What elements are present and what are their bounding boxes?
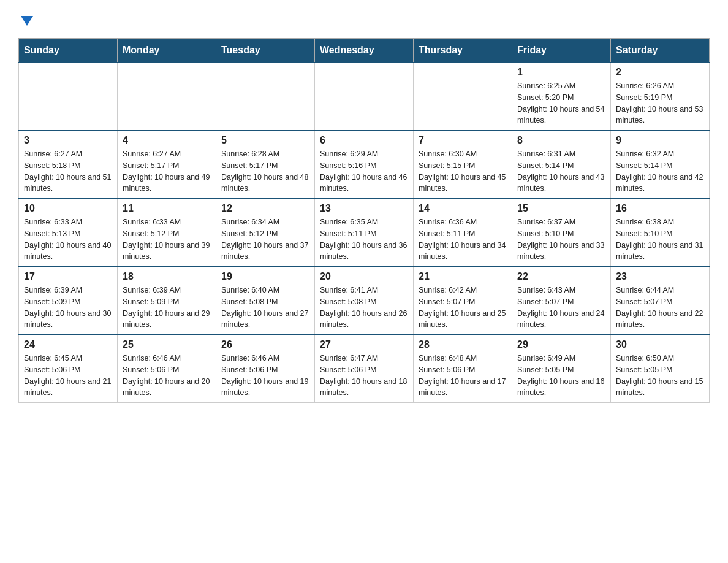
day-number: 21 bbox=[419, 271, 507, 282]
calendar-cell: 28Sunrise: 6:48 AMSunset: 5:06 PMDayligh… bbox=[414, 335, 512, 403]
sun-info: Sunrise: 6:38 AMSunset: 5:10 PMDaylight:… bbox=[616, 216, 704, 262]
calendar-header-saturday: Saturday bbox=[611, 39, 710, 63]
day-number: 3 bbox=[24, 135, 112, 146]
calendar-cell: 23Sunrise: 6:44 AMSunset: 5:07 PMDayligh… bbox=[611, 267, 710, 335]
day-number: 5 bbox=[221, 135, 309, 146]
calendar-week-row: 1Sunrise: 6:25 AMSunset: 5:20 PMDaylight… bbox=[19, 63, 710, 131]
sun-info: Sunrise: 6:45 AMSunset: 5:06 PMDaylight:… bbox=[24, 353, 112, 399]
day-number: 17 bbox=[24, 271, 112, 282]
day-number: 12 bbox=[221, 203, 309, 214]
day-number: 6 bbox=[320, 135, 408, 146]
sun-info: Sunrise: 6:27 AMSunset: 5:17 PMDaylight:… bbox=[123, 148, 211, 194]
sun-info: Sunrise: 6:46 AMSunset: 5:06 PMDaylight:… bbox=[123, 353, 211, 399]
calendar-cell bbox=[216, 63, 315, 131]
day-number: 11 bbox=[123, 203, 211, 214]
calendar-cell: 17Sunrise: 6:39 AMSunset: 5:09 PMDayligh… bbox=[19, 267, 118, 335]
sun-info: Sunrise: 6:43 AMSunset: 5:07 PMDaylight:… bbox=[517, 285, 605, 331]
sun-info: Sunrise: 6:39 AMSunset: 5:09 PMDaylight:… bbox=[123, 285, 211, 331]
day-number: 15 bbox=[517, 203, 605, 214]
day-number: 23 bbox=[616, 271, 704, 282]
page-header bbox=[18, 12, 710, 26]
logo-triangle-icon bbox=[21, 16, 33, 26]
day-number: 24 bbox=[24, 339, 112, 350]
sun-info: Sunrise: 6:34 AMSunset: 5:12 PMDaylight:… bbox=[221, 216, 309, 262]
calendar-cell: 24Sunrise: 6:45 AMSunset: 5:06 PMDayligh… bbox=[19, 335, 118, 403]
sun-info: Sunrise: 6:48 AMSunset: 5:06 PMDaylight:… bbox=[419, 353, 507, 399]
sun-info: Sunrise: 6:44 AMSunset: 5:07 PMDaylight:… bbox=[616, 285, 704, 331]
sun-info: Sunrise: 6:37 AMSunset: 5:10 PMDaylight:… bbox=[517, 216, 605, 262]
calendar-cell: 26Sunrise: 6:46 AMSunset: 5:06 PMDayligh… bbox=[216, 335, 315, 403]
calendar-cell bbox=[315, 63, 414, 131]
calendar-header-friday: Friday bbox=[512, 39, 611, 63]
calendar-cell: 11Sunrise: 6:33 AMSunset: 5:12 PMDayligh… bbox=[118, 199, 216, 267]
sun-info: Sunrise: 6:36 AMSunset: 5:11 PMDaylight:… bbox=[419, 216, 507, 262]
calendar-cell: 21Sunrise: 6:42 AMSunset: 5:07 PMDayligh… bbox=[414, 267, 512, 335]
calendar-week-row: 3Sunrise: 6:27 AMSunset: 5:18 PMDaylight… bbox=[19, 131, 710, 199]
calendar-cell: 20Sunrise: 6:41 AMSunset: 5:08 PMDayligh… bbox=[315, 267, 414, 335]
sun-info: Sunrise: 6:40 AMSunset: 5:08 PMDaylight:… bbox=[221, 285, 309, 331]
sun-info: Sunrise: 6:35 AMSunset: 5:11 PMDaylight:… bbox=[320, 216, 408, 262]
day-number: 26 bbox=[221, 339, 309, 350]
sun-info: Sunrise: 6:39 AMSunset: 5:09 PMDaylight:… bbox=[24, 285, 112, 331]
sun-info: Sunrise: 6:50 AMSunset: 5:05 PMDaylight:… bbox=[616, 353, 704, 399]
calendar-cell: 13Sunrise: 6:35 AMSunset: 5:11 PMDayligh… bbox=[315, 199, 414, 267]
sun-info: Sunrise: 6:32 AMSunset: 5:14 PMDaylight:… bbox=[616, 148, 704, 194]
day-number: 29 bbox=[517, 339, 605, 350]
sun-info: Sunrise: 6:29 AMSunset: 5:16 PMDaylight:… bbox=[320, 148, 408, 194]
calendar-cell: 16Sunrise: 6:38 AMSunset: 5:10 PMDayligh… bbox=[611, 199, 710, 267]
day-number: 1 bbox=[517, 67, 605, 78]
calendar-cell: 12Sunrise: 6:34 AMSunset: 5:12 PMDayligh… bbox=[216, 199, 315, 267]
calendar-cell bbox=[414, 63, 512, 131]
sun-info: Sunrise: 6:31 AMSunset: 5:14 PMDaylight:… bbox=[517, 148, 605, 194]
day-number: 18 bbox=[123, 271, 211, 282]
day-number: 13 bbox=[320, 203, 408, 214]
day-number: 27 bbox=[320, 339, 408, 350]
calendar-cell: 8Sunrise: 6:31 AMSunset: 5:14 PMDaylight… bbox=[512, 131, 611, 199]
day-number: 25 bbox=[123, 339, 211, 350]
calendar-cell: 10Sunrise: 6:33 AMSunset: 5:13 PMDayligh… bbox=[19, 199, 118, 267]
calendar-cell: 30Sunrise: 6:50 AMSunset: 5:05 PMDayligh… bbox=[611, 335, 710, 403]
calendar-header-tuesday: Tuesday bbox=[216, 39, 315, 63]
calendar-cell: 25Sunrise: 6:46 AMSunset: 5:06 PMDayligh… bbox=[118, 335, 216, 403]
day-number: 10 bbox=[24, 203, 112, 214]
calendar-cell: 2Sunrise: 6:26 AMSunset: 5:19 PMDaylight… bbox=[611, 63, 710, 131]
sun-info: Sunrise: 6:46 AMSunset: 5:06 PMDaylight:… bbox=[221, 353, 309, 399]
day-number: 16 bbox=[616, 203, 704, 214]
calendar-cell: 22Sunrise: 6:43 AMSunset: 5:07 PMDayligh… bbox=[512, 267, 611, 335]
day-number: 4 bbox=[123, 135, 211, 146]
calendar-header-wednesday: Wednesday bbox=[315, 39, 414, 63]
calendar-cell: 14Sunrise: 6:36 AMSunset: 5:11 PMDayligh… bbox=[414, 199, 512, 267]
sun-info: Sunrise: 6:26 AMSunset: 5:19 PMDaylight:… bbox=[616, 80, 704, 126]
calendar-week-row: 24Sunrise: 6:45 AMSunset: 5:06 PMDayligh… bbox=[19, 335, 710, 403]
calendar-header-thursday: Thursday bbox=[414, 39, 512, 63]
calendar-table: SundayMondayTuesdayWednesdayThursdayFrid… bbox=[18, 38, 710, 403]
day-number: 28 bbox=[419, 339, 507, 350]
day-number: 14 bbox=[419, 203, 507, 214]
calendar-cell: 18Sunrise: 6:39 AMSunset: 5:09 PMDayligh… bbox=[118, 267, 216, 335]
calendar-cell: 5Sunrise: 6:28 AMSunset: 5:17 PMDaylight… bbox=[216, 131, 315, 199]
calendar-cell bbox=[19, 63, 118, 131]
sun-info: Sunrise: 6:25 AMSunset: 5:20 PMDaylight:… bbox=[517, 80, 605, 126]
calendar-cell: 3Sunrise: 6:27 AMSunset: 5:18 PMDaylight… bbox=[19, 131, 118, 199]
day-number: 22 bbox=[517, 271, 605, 282]
calendar-cell bbox=[118, 63, 216, 131]
calendar-cell: 19Sunrise: 6:40 AMSunset: 5:08 PMDayligh… bbox=[216, 267, 315, 335]
calendar-week-row: 10Sunrise: 6:33 AMSunset: 5:13 PMDayligh… bbox=[19, 199, 710, 267]
calendar-cell: 15Sunrise: 6:37 AMSunset: 5:10 PMDayligh… bbox=[512, 199, 611, 267]
sun-info: Sunrise: 6:28 AMSunset: 5:17 PMDaylight:… bbox=[221, 148, 309, 194]
calendar-cell: 4Sunrise: 6:27 AMSunset: 5:17 PMDaylight… bbox=[118, 131, 216, 199]
calendar-cell: 29Sunrise: 6:49 AMSunset: 5:05 PMDayligh… bbox=[512, 335, 611, 403]
day-number: 7 bbox=[419, 135, 507, 146]
sun-info: Sunrise: 6:49 AMSunset: 5:05 PMDaylight:… bbox=[517, 353, 605, 399]
sun-info: Sunrise: 6:27 AMSunset: 5:18 PMDaylight:… bbox=[24, 148, 112, 194]
day-number: 20 bbox=[320, 271, 408, 282]
day-number: 8 bbox=[517, 135, 605, 146]
sun-info: Sunrise: 6:30 AMSunset: 5:15 PMDaylight:… bbox=[419, 148, 507, 194]
sun-info: Sunrise: 6:42 AMSunset: 5:07 PMDaylight:… bbox=[419, 285, 507, 331]
calendar-cell: 7Sunrise: 6:30 AMSunset: 5:15 PMDaylight… bbox=[414, 131, 512, 199]
calendar-cell: 1Sunrise: 6:25 AMSunset: 5:20 PMDaylight… bbox=[512, 63, 611, 131]
sun-info: Sunrise: 6:41 AMSunset: 5:08 PMDaylight:… bbox=[320, 285, 408, 331]
day-number: 2 bbox=[616, 67, 704, 78]
calendar-week-row: 17Sunrise: 6:39 AMSunset: 5:09 PMDayligh… bbox=[19, 267, 710, 335]
sun-info: Sunrise: 6:33 AMSunset: 5:13 PMDaylight:… bbox=[24, 216, 112, 262]
